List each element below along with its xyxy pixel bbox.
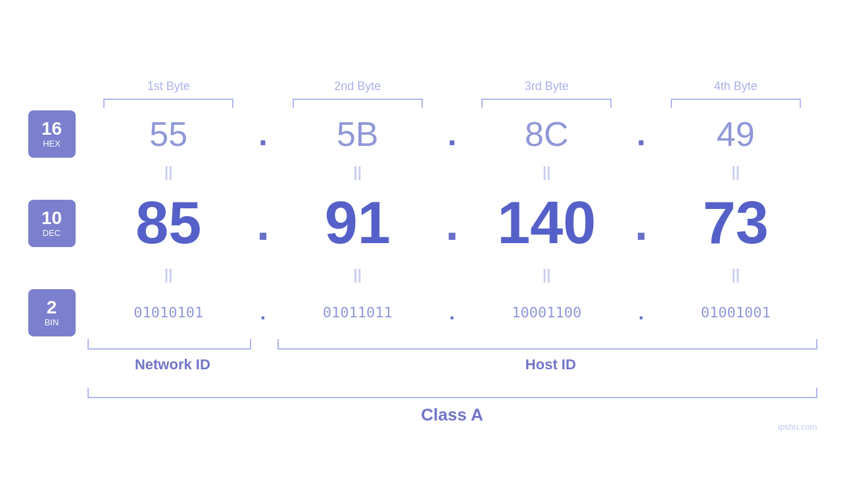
byte-2-header: 2nd Byte <box>276 80 439 108</box>
class-bracket <box>87 388 817 398</box>
dec-row: 10 DEC 85 . 91 . 140 . 73 <box>28 184 817 263</box>
dec-value-1: 85 <box>135 189 201 257</box>
class-section: Class A <box>87 388 817 425</box>
dec-dot-1: . <box>250 196 276 250</box>
byte-3-bracket-top <box>481 99 612 108</box>
bin-values-row: 01010101 . 01011011 . 10001100 . 0100100… <box>87 302 817 324</box>
eq-1-b3: || <box>466 164 629 181</box>
bin-row: 2 BIN 01010101 . 01011011 . 10001100 . <box>28 286 817 339</box>
bin-badge-label: BIN <box>45 317 59 327</box>
eq-1-b2: || <box>276 164 439 181</box>
hex-byte-4: 49 <box>654 114 817 154</box>
bin-byte-2: 01011011 <box>276 304 439 321</box>
byte-3-label: 3rd Byte <box>525 80 569 93</box>
hex-value-3: 8C <box>525 114 568 154</box>
host-id-bracket-mid-3 <box>628 339 654 350</box>
hex-dot-2: . <box>439 115 466 153</box>
dec-byte-3: 140 <box>466 189 629 257</box>
dec-dot-2: . <box>439 196 466 250</box>
class-label: Class A <box>87 405 817 425</box>
dec-byte-1: 85 <box>87 189 251 257</box>
network-id-label: Network ID <box>87 356 258 373</box>
byte-1-header: 1st Byte <box>87 80 251 108</box>
byte-1-label: 1st Byte <box>147 80 190 93</box>
eq-row-1: || || || || <box>87 160 817 184</box>
hex-badge-number: 16 <box>41 119 62 139</box>
network-id-bracket <box>87 339 252 350</box>
eq-2-b2: || <box>276 266 439 283</box>
host-id-label: Host ID <box>284 356 817 373</box>
eq-row-2: || || || || <box>87 263 817 286</box>
eq-2-b4: || <box>654 266 817 283</box>
bin-badge: 2 BIN <box>28 289 76 336</box>
dec-badge: 10 DEC <box>28 200 76 247</box>
hex-value-2: 5B <box>337 114 379 154</box>
label-spacer <box>258 356 284 373</box>
bin-value-2: 01011011 <box>323 304 393 321</box>
bin-byte-1: 01010101 <box>87 304 251 321</box>
hex-value-4: 49 <box>717 114 755 154</box>
eq-1-b4: || <box>654 164 817 181</box>
byte-headers-row: 1st Byte 2nd Byte 3rd Byte 4th Byte <box>87 80 817 108</box>
bottom-brackets <box>87 339 817 350</box>
host-id-bracket-mid-1 <box>441 339 467 350</box>
byte-2-bracket-top <box>293 99 423 108</box>
hex-value-1: 55 <box>149 114 187 154</box>
hex-byte-2: 5B <box>276 114 439 154</box>
hex-dot-1: . <box>250 115 276 153</box>
bin-value-3: 10001100 <box>512 304 581 321</box>
dec-badge-label: DEC <box>43 228 60 238</box>
byte-1-bracket-top <box>103 99 233 108</box>
bin-dot-3: . <box>628 302 654 324</box>
dec-value-2: 91 <box>325 189 391 257</box>
host-id-bracket-left <box>278 339 441 350</box>
bin-byte-4: 01001001 <box>654 304 817 321</box>
eq-2-b1: || <box>87 266 251 283</box>
bottom-bracket-section: Network ID Host ID <box>87 339 817 373</box>
eq-1-b1: || <box>87 164 251 181</box>
hex-badge-label: HEX <box>43 139 60 149</box>
dec-badge-number: 10 <box>41 208 62 229</box>
bin-dot-2: . <box>439 302 466 324</box>
dec-value-4: 73 <box>703 189 769 257</box>
hex-dot-3: . <box>628 115 654 153</box>
bottom-labels: Network ID Host ID <box>87 356 817 373</box>
dec-byte-2: 91 <box>276 189 439 257</box>
hex-badge: 16 HEX <box>28 110 76 158</box>
byte-4-label: 4th Byte <box>714 80 758 93</box>
bin-byte-3: 10001100 <box>466 304 629 321</box>
dec-dot-3: . <box>628 196 654 250</box>
eq-2-b3: || <box>466 266 629 283</box>
byte-3-header: 3rd Byte <box>466 80 629 108</box>
byte-2-label: 2nd Byte <box>334 80 381 93</box>
hex-row: 16 HEX 55 . 5B . 8C . 49 <box>28 108 817 160</box>
dec-value-3: 140 <box>497 189 596 257</box>
hex-byte-3: 8C <box>466 114 629 154</box>
bin-value-4: 01001001 <box>701 304 771 321</box>
bin-dot-1: . <box>250 302 276 324</box>
byte-4-header: 4th Byte <box>654 80 817 108</box>
host-id-bracket-right <box>654 339 817 350</box>
bin-value-1: 01010101 <box>133 304 203 321</box>
host-id-bracket-mid-2 <box>467 339 629 350</box>
bracket-spacer-1 <box>251 339 278 350</box>
byte-4-bracket-top <box>671 99 801 108</box>
dec-byte-4: 73 <box>654 189 817 257</box>
hex-values-row: 55 . 5B . 8C . 49 <box>87 114 817 154</box>
watermark: ipshu.com <box>778 422 817 432</box>
dec-values-row: 85 . 91 . 140 . 73 <box>87 189 817 257</box>
bin-badge-number: 2 <box>47 298 57 318</box>
hex-byte-1: 55 <box>87 114 251 154</box>
